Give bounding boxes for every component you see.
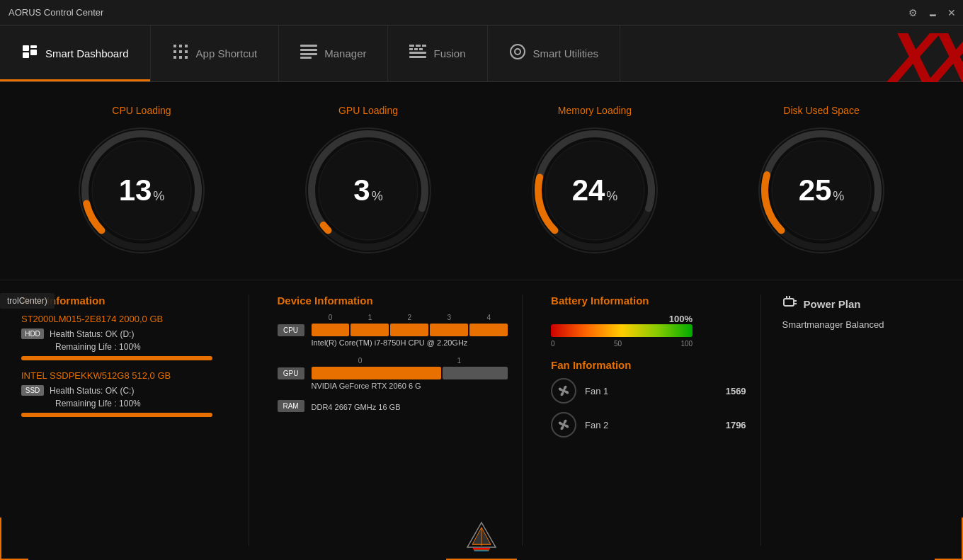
ram-device-row: RAM DDR4 2667 GMHz 16 GB — [278, 400, 508, 412]
gpu-device-name: NVIDIA GeForce RTX 2060 6 G — [312, 382, 508, 390]
ram-device-badge: RAM — [278, 400, 304, 412]
disk-gauge: 25% — [754, 123, 889, 258]
memory-gauge-container: Memory Loading 24% — [528, 105, 662, 258]
svg-rect-18 — [416, 45, 421, 47]
fan-2-value: 1796 — [726, 420, 746, 430]
cpu-gauge: 13% — [74, 123, 209, 258]
fan-section: Fan Information Fan 1 1569 — [551, 359, 746, 438]
fan-info-title: Fan Information — [551, 359, 746, 371]
memory-gauge-value: 24% — [572, 173, 618, 207]
cpu-device-badge: CPU — [278, 324, 304, 336]
battery-info-title: Battery Information — [551, 295, 746, 307]
svg-rect-1 — [30, 45, 37, 48]
svg-rect-16 — [300, 57, 312, 59]
cpu-device-content: 0 1 2 3 4 Intel(R) Core(TM) i7-8750H CPU… — [312, 314, 508, 347]
disk-1-name: ST2000LM015-2E8174 2000,0 GB — [21, 314, 234, 324]
gpu-gauge: 3% — [301, 123, 435, 258]
disk-2-remaining-row: Remaining Life : 100% — [21, 399, 234, 408]
svg-rect-7 — [173, 50, 176, 53]
tab-fusion[interactable]: Fusion — [388, 25, 487, 81]
svg-rect-17 — [409, 45, 414, 47]
cpu-bar-labels: 0 1 2 3 4 — [312, 314, 508, 321]
memory-gauge: 24% — [528, 123, 662, 258]
fan-2-icon — [551, 412, 576, 438]
tab-smart-dashboard[interactable]: Smart Dashboard — [0, 25, 151, 81]
device-info-panel: Device Information CPU 0 1 2 3 4 — [263, 295, 523, 546]
svg-rect-22 — [419, 48, 423, 50]
svg-rect-4 — [173, 45, 176, 47]
tab-fusion-label: Fusion — [433, 47, 465, 59]
battery-label-50: 50 — [614, 340, 622, 348]
battery-label-100: 100 — [680, 340, 693, 348]
svg-rect-8 — [179, 50, 182, 53]
left-accent — [0, 518, 1, 560]
cpu-device-name: Intel(R) Core(TM) i7-8750H CPU @ 2.20GHz — [312, 338, 508, 347]
gpu-gauge-value: 3% — [353, 173, 382, 207]
gpu-gauge-label: GPU Loading — [338, 105, 398, 116]
settings-btn[interactable]: ⚙ — [908, 7, 918, 18]
svg-rect-5 — [179, 45, 182, 47]
disk-info-panel: Disk Information ST2000LM015-2E8174 2000… — [21, 295, 249, 546]
tab-smart-utilities[interactable]: Smart Utilities — [488, 25, 621, 81]
close-btn[interactable]: ✕ — [947, 7, 956, 18]
battery-bar-wrap: 100% 0 50 100 — [551, 314, 746, 348]
battery-gradient-bar — [551, 324, 693, 337]
svg-point-25 — [511, 45, 525, 59]
svg-rect-10 — [173, 56, 176, 59]
tab-app-shortcut-label: App Shortcut — [196, 47, 258, 59]
svg-rect-20 — [409, 48, 413, 50]
cpu-gauge-container: CPU Loading 13% — [74, 105, 209, 258]
battery-info-panel: Battery Information 100% 0 50 100 Fan In… — [537, 295, 760, 546]
disk-2-health: Health Status: OK (C:) — [50, 386, 134, 396]
svg-rect-49 — [784, 299, 794, 306]
memory-gauge-label: Memory Loading — [558, 105, 632, 116]
tab-app-shortcut[interactable]: App Shortcut — [151, 25, 280, 81]
tab-smart-utilities-label: Smart Utilities — [533, 47, 599, 59]
fan-2-row: Fan 2 1796 — [551, 412, 746, 438]
info-section: Disk Information ST2000LM015-2E8174 2000… — [0, 280, 963, 560]
svg-point-47 — [562, 389, 566, 393]
disk-2-name: INTEL SSDPEKKW512G8 512,0 GB — [21, 370, 234, 381]
tab-manager[interactable]: Manager — [279, 25, 388, 81]
cpu-device-row: CPU 0 1 2 3 4 — [278, 314, 508, 347]
gpu-device-row: GPU 0 1 NVIDIA GeForce RTX 2060 6 G — [278, 357, 508, 390]
ram-device-content: DDR4 2667 GMHz 16 GB — [312, 401, 508, 411]
disk-gauge-value: 25% — [799, 173, 845, 207]
svg-rect-3 — [23, 52, 29, 58]
gauges-section: CPU Loading 13% GPU — [0, 82, 963, 280]
disk-2-remaining: Remaining Life : 100% — [55, 399, 141, 408]
minimize-btn[interactable]: 🗕 — [928, 7, 938, 18]
fan-1-label: Fan 1 — [585, 386, 717, 396]
gpu-device-badge: GPU — [278, 367, 304, 379]
svg-rect-24 — [409, 56, 426, 58]
bottom-logo — [464, 519, 499, 554]
svg-rect-9 — [185, 50, 188, 53]
svg-rect-15 — [300, 53, 317, 55]
disk-1-bar — [21, 356, 212, 360]
cpu-bars — [312, 324, 508, 336]
fan-1-value: 1569 — [726, 386, 746, 396]
svg-rect-12 — [185, 56, 188, 59]
fan-1-row: Fan 1 1569 — [551, 378, 746, 404]
svg-rect-6 — [185, 45, 188, 47]
power-plan-panel: Power Plan Smartmanager Balanced — [775, 295, 942, 546]
svg-rect-2 — [30, 50, 37, 55]
navbar: Smart Dashboard App Shortcut Manager Fus… — [0, 25, 963, 82]
disk-2-badge: SSD — [21, 385, 44, 396]
power-plan-title: Power Plan — [804, 298, 861, 310]
app-title: AORUS Control Center — [8, 7, 103, 18]
disk-1-health-row: HDD Health Status: OK (D:) — [21, 328, 234, 339]
window-controls: ⚙ 🗕 ✕ — [908, 7, 956, 18]
power-plan-icon — [782, 295, 798, 314]
disk-1-bar-wrap — [21, 356, 212, 360]
disk-2-health-row: SSD Health Status: OK (C:) — [21, 385, 234, 396]
power-plan-header: Power Plan — [782, 295, 942, 314]
disk-1-remaining-row: Remaining Life : 100% — [21, 342, 234, 352]
smart-utilities-icon — [509, 43, 526, 64]
tooltip-bar: trolCenter) — [0, 293, 55, 309]
gpu-bars — [312, 367, 508, 379]
svg-rect-21 — [414, 48, 418, 50]
ram-device-name: DDR4 2667 GMHz 16 GB — [312, 403, 508, 411]
gpu-gauge-container: GPU Loading 3% — [301, 105, 435, 258]
cpu-gauge-label: CPU Loading — [112, 105, 171, 116]
